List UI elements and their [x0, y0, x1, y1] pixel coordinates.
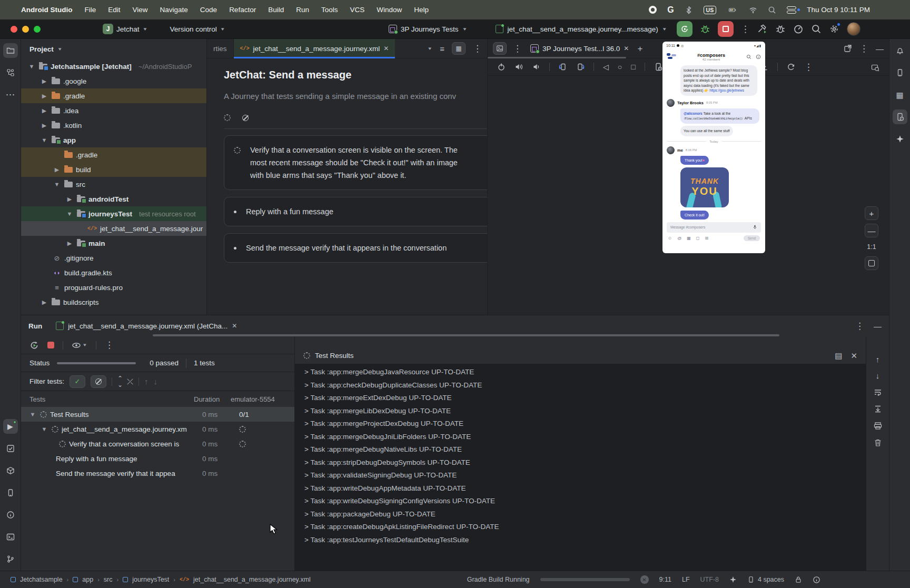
chat-link[interactable]: https://goo.gle/jetnews — [709, 88, 744, 92]
more-run-actions-icon[interactable]: ⋮ — [741, 25, 750, 34]
clear-all-icon[interactable] — [874, 438, 882, 447]
vcs-widget[interactable]: Version control▼ — [170, 25, 225, 33]
android-overview-icon[interactable]: □ — [631, 63, 635, 71]
wifi-icon[interactable] — [749, 6, 757, 14]
close-run-tab-icon[interactable]: ✕ — [232, 323, 237, 329]
menu-refactor[interactable]: Refactor — [229, 6, 256, 14]
tree-item-src[interactable]: ▼src — [21, 177, 206, 192]
open-in-window-icon[interactable] — [844, 44, 852, 53]
tree-item-google[interactable]: ▶.google — [21, 74, 206, 88]
tab-list-dropdown-icon[interactable]: ▼ — [427, 46, 432, 51]
show-ignored-toggle[interactable] — [91, 375, 106, 388]
test-row-root[interactable]: ▼ Test Results 0 ms 0/1 — [21, 407, 294, 422]
run-panel-options-icon[interactable]: ⋮ — [855, 322, 864, 331]
readonly-lock-icon[interactable] — [795, 576, 802, 583]
keyboard-layout-indicator[interactable]: US — [704, 6, 717, 14]
chevron-down-icon[interactable]: ▼ — [53, 181, 61, 187]
tab-properties-partial[interactable]: rties — [207, 39, 234, 58]
tree-item-idea[interactable]: ▶.idea — [21, 103, 206, 118]
device-manager-tool-button[interactable] — [893, 65, 907, 80]
chat-search-icon[interactable] — [746, 54, 751, 59]
indent-indicator[interactable]: 4 spaces — [747, 576, 784, 583]
chevron-right-icon[interactable]: ▶ — [40, 107, 48, 114]
emoji-icon[interactable]: ☺ — [668, 236, 672, 241]
chevron-down-icon[interactable]: ▼ — [40, 426, 48, 432]
mention-icon[interactable]: @ — [677, 236, 681, 241]
zoom-to-fit-button[interactable] — [865, 256, 878, 270]
close-tab-icon[interactable]: ✕ — [624, 45, 629, 52]
close-tab-icon[interactable]: ✕ — [383, 45, 389, 52]
tree-item-journeystest[interactable]: ▼journeysTesttest resources root — [21, 206, 206, 221]
stop-button[interactable] — [718, 21, 734, 37]
tree-item-proguard[interactable]: ≡proguard-rules.pro — [21, 280, 206, 295]
photo-icon[interactable]: ◻ — [696, 236, 700, 241]
show-passed-toggle[interactable]: ✓ — [70, 375, 85, 388]
tree-item-gradle-root[interactable]: ▶.gradle — [21, 88, 206, 103]
device-manager-button[interactable] — [3, 485, 18, 500]
volume-up-icon[interactable] — [515, 63, 523, 71]
tree-item-androidtest[interactable]: ▶androidTest — [21, 192, 206, 206]
encoding-indicator[interactable]: UTF-8 — [700, 576, 719, 583]
chevron-right-icon[interactable]: ▶ — [65, 240, 74, 247]
panel-options-icon[interactable]: ⋮ — [513, 44, 522, 53]
mic-icon[interactable] — [753, 225, 757, 230]
zoom-in-button[interactable]: + — [865, 206, 878, 220]
menu-edit[interactable]: Edit — [108, 6, 120, 14]
problems-tool-window-button[interactable] — [3, 507, 18, 522]
tree-item-app-gradle[interactable]: .gradle — [21, 147, 206, 162]
previous-failed-icon[interactable]: ↑ — [144, 377, 149, 385]
line-separator-indicator[interactable]: LF — [682, 576, 690, 583]
collapse-all-icon[interactable]: ⤫ — [127, 377, 133, 385]
cancel-journey-icon[interactable] — [242, 115, 249, 121]
device-more-icon[interactable]: ⋮ — [804, 63, 813, 72]
journey-step-2[interactable]: Reply with a fun message — [224, 197, 487, 226]
rotate-left-icon[interactable] — [559, 63, 567, 71]
menu-vcs[interactable]: VCS — [350, 6, 364, 14]
run-tool-window-button[interactable]: ▶ — [3, 419, 18, 434]
device-display-mode-icon[interactable] — [493, 42, 507, 55]
menu-android-studio[interactable]: Android Studio — [21, 6, 72, 14]
menu-build[interactable]: Build — [268, 6, 284, 14]
breadcrumb-app[interactable]: app — [82, 576, 93, 583]
image-picker-icon[interactable]: ▦ — [687, 236, 691, 241]
close-window-button[interactable] — [11, 26, 17, 33]
restart-device-icon[interactable] — [787, 63, 795, 71]
chevron-down-icon[interactable]: ▼ — [65, 211, 74, 217]
notifications-button[interactable] — [893, 43, 907, 58]
build-run-icon[interactable] — [757, 24, 768, 34]
tree-item-root[interactable]: ▼ Jetchatsample [Jetchat] ~/AndroidStudi… — [21, 59, 206, 74]
expand-icon[interactable]: ⊞ — [705, 236, 709, 241]
search-everywhere-icon[interactable] — [811, 24, 822, 34]
journey-step-3[interactable]: Send the message verify that it appears … — [224, 233, 487, 263]
expand-all-icon[interactable]: ⌃⌄ — [117, 375, 122, 388]
watch-options-icon[interactable]: ▼ — [72, 341, 87, 350]
menu-bar-clock[interactable]: Thu Oct 9 10:11 PM — [807, 6, 870, 14]
chevron-right-icon[interactable]: ▶ — [40, 299, 48, 306]
breadcrumb-src[interactable]: src — [104, 576, 113, 583]
me-avatar[interactable] — [667, 146, 675, 154]
build-tool-window-button[interactable] — [3, 463, 18, 478]
tree-item-main[interactable]: ▶main — [21, 236, 206, 251]
debug-button[interactable] — [700, 24, 710, 34]
chevron-right-icon[interactable]: ▶ — [53, 166, 61, 173]
attach-debugger-icon[interactable] — [775, 24, 786, 34]
scroll-up-icon[interactable]: ↑ — [876, 355, 880, 363]
battery-icon[interactable] — [727, 6, 738, 14]
rotate-right-icon[interactable] — [576, 63, 585, 71]
android-back-icon[interactable]: ◁ — [603, 63, 609, 71]
send-button[interactable]: Send — [744, 235, 760, 241]
editor-list-icon[interactable]: ≡ — [440, 45, 444, 53]
breadcrumb-project[interactable]: Jetchatsample — [20, 576, 63, 583]
test-row-verify[interactable]: Verify that a conversation screen is 0 m… — [21, 436, 294, 451]
menu-code[interactable]: Code — [200, 6, 217, 14]
message-input-field[interactable]: Message #composers — [667, 222, 761, 233]
bluetooth-icon[interactable] — [685, 6, 693, 14]
test-more-options-icon[interactable]: ⋮ — [105, 341, 114, 350]
chevron-right-icon[interactable]: ▶ — [40, 93, 48, 99]
caret-position[interactable]: 9:11 — [659, 576, 671, 583]
tab-journey-xml[interactable]: </> jet_chat__send_a_message.journey.xml… — [234, 39, 395, 58]
chevron-right-icon[interactable]: ▶ — [40, 78, 48, 85]
scroll-to-end-icon[interactable] — [874, 405, 882, 413]
rerun-tests-icon[interactable] — [29, 341, 39, 350]
commit-tool-window-button[interactable] — [3, 441, 18, 456]
